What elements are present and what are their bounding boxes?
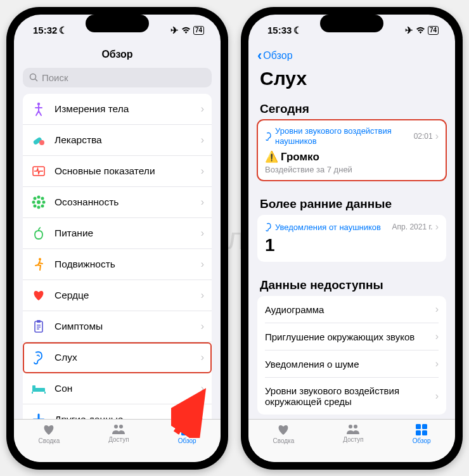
sleep-icon <box>30 380 47 397</box>
chevron-right-icon: › <box>435 358 439 370</box>
chevron-right-icon: › <box>201 134 204 146</box>
chevron-left-icon: ‹ <box>257 48 262 64</box>
tab-heart[interactable]: Сводка <box>273 423 294 462</box>
svg-rect-38 <box>422 430 427 435</box>
chevron-right-icon: › <box>201 414 204 419</box>
item-label: Аудиограмма <box>265 304 435 315</box>
chevron-right-icon: › <box>201 228 204 239</box>
page-title: Слух <box>248 64 455 96</box>
earlier-card[interactable]: Уведомления от наушников Апр. 2021 г. › … <box>257 215 446 262</box>
category-label: Измерения тела <box>55 103 201 115</box>
section-today: Сегодня <box>248 96 455 120</box>
category-row-hearing[interactable]: Слух› <box>23 342 212 373</box>
category-label: Другие данные <box>55 414 201 419</box>
svg-point-6 <box>37 200 41 204</box>
hearing-icon <box>30 349 47 366</box>
category-list: Измерения тела›Лекарства›Основные показа… <box>23 94 212 419</box>
svg-point-28 <box>119 425 123 428</box>
today-card[interactable]: Уровни звукового воздействия наушников 0… <box>257 120 446 181</box>
tab-label: Сводка <box>273 437 294 444</box>
tab-label: Обзор <box>413 437 431 444</box>
svg-point-2 <box>37 102 40 105</box>
status-time: 15:33 <box>267 25 292 35</box>
category-row-sleep[interactable]: Сон› <box>23 373 212 404</box>
category-row-other[interactable]: Другие данные› <box>23 404 212 419</box>
category-label: Слух <box>55 352 201 363</box>
chevron-right-icon: › <box>435 131 439 142</box>
chevron-right-icon: › <box>201 103 204 115</box>
svg-point-7 <box>38 196 40 198</box>
heart-icon <box>42 423 56 436</box>
tab-label: Обзор <box>178 437 196 444</box>
category-row-symptoms[interactable]: Симптомы› <box>23 311 212 342</box>
tab-heart[interactable]: Сводка <box>38 423 60 462</box>
airplane-icon: ✈ <box>405 25 413 36</box>
moon-icon: ☾ <box>59 25 67 36</box>
moon-icon: ☾ <box>293 25 302 36</box>
svg-rect-31 <box>181 430 186 435</box>
unavailable-item[interactable]: Уведомления о шуме› <box>265 351 439 378</box>
card-value: Громко <box>281 151 319 164</box>
chevron-right-icon: › <box>201 290 204 301</box>
svg-point-34 <box>354 425 357 428</box>
category-row-body[interactable]: Измерения тела› <box>23 94 212 125</box>
tab-people[interactable]: Доступ <box>108 423 129 462</box>
chevron-right-icon: › <box>201 196 204 208</box>
search-icon <box>29 73 38 82</box>
svg-rect-29 <box>181 424 186 429</box>
tab-people[interactable]: Доступ <box>343 423 364 462</box>
tab-label: Сводка <box>38 437 60 444</box>
unavailable-item[interactable]: Аудиограмма› <box>265 296 439 323</box>
svg-rect-36 <box>422 424 427 429</box>
svg-rect-35 <box>416 424 421 429</box>
category-label: Осознанность <box>55 196 201 208</box>
tab-bar: СводкаДоступОбзор <box>14 419 221 462</box>
phone-left: 15:32 ☾ ✈ 74 Обзор Поиск Измерения тела›… <box>6 7 228 470</box>
dynamic-island <box>86 15 149 32</box>
card-subtitle: Воздействие за 7 дней <box>265 165 439 174</box>
search-placeholder: Поиск <box>42 72 68 83</box>
chevron-right-icon: › <box>435 331 439 342</box>
ear-icon <box>265 222 273 231</box>
unavailable-item[interactable]: Приглушение окружающих звуков› <box>265 323 439 351</box>
svg-point-33 <box>349 425 352 428</box>
svg-rect-37 <box>416 430 421 435</box>
card-title: Уведомления от наушников <box>275 222 381 232</box>
back-label: Обзор <box>263 50 292 61</box>
svg-point-4 <box>39 140 44 145</box>
svg-line-1 <box>35 79 38 82</box>
svg-rect-22 <box>32 385 35 389</box>
category-row-nutrition[interactable]: Питание› <box>23 218 212 249</box>
people-icon <box>111 423 126 435</box>
back-button[interactable]: ‹ Обзор <box>257 48 293 64</box>
search-input[interactable]: Поиск <box>23 68 212 87</box>
category-label: Питание <box>55 228 201 239</box>
svg-point-0 <box>30 74 36 80</box>
chevron-right-icon: › <box>435 390 439 402</box>
phone-right: 15:33 ☾ ✈ 74 ‹ Обзор Слух Сегодня <box>241 7 463 470</box>
category-row-heart[interactable]: Сердце› <box>23 280 212 311</box>
pills-icon <box>30 132 47 148</box>
svg-rect-30 <box>188 424 193 429</box>
category-row-mind[interactable]: Осознанность› <box>23 187 212 218</box>
tab-grid[interactable]: Обзор <box>413 423 431 462</box>
airplane-icon: ✈ <box>170 25 179 36</box>
item-label: Уровни звукового воздействия окружающей … <box>265 385 435 407</box>
category-row-pills[interactable]: Лекарства› <box>23 125 212 156</box>
nutrition-icon <box>30 225 47 241</box>
svg-rect-17 <box>37 320 41 323</box>
card-value: 1 <box>265 233 439 255</box>
status-time: 15:32 <box>33 25 57 35</box>
tab-grid[interactable]: Обзор <box>178 423 196 462</box>
unavailable-item[interactable]: Уровни звукового воздействия окружающей … <box>265 378 439 415</box>
chevron-right-icon: › <box>201 321 204 332</box>
section-unavailable: Данные недоступны <box>248 272 455 296</box>
unavailable-list: Аудиограмма›Приглушение окружающих звуко… <box>257 296 446 415</box>
card-timestamp: Апр. 2021 г. <box>392 222 433 231</box>
category-label: Лекарства <box>55 134 201 146</box>
svg-rect-32 <box>188 430 193 435</box>
category-row-mobility[interactable]: Подвижность› <box>23 249 212 280</box>
category-row-vitals[interactable]: Основные показатели› <box>23 156 212 187</box>
card-title: Уровни звукового воздействия наушников <box>275 126 414 147</box>
item-label: Приглушение окружающих звуков <box>265 331 435 342</box>
